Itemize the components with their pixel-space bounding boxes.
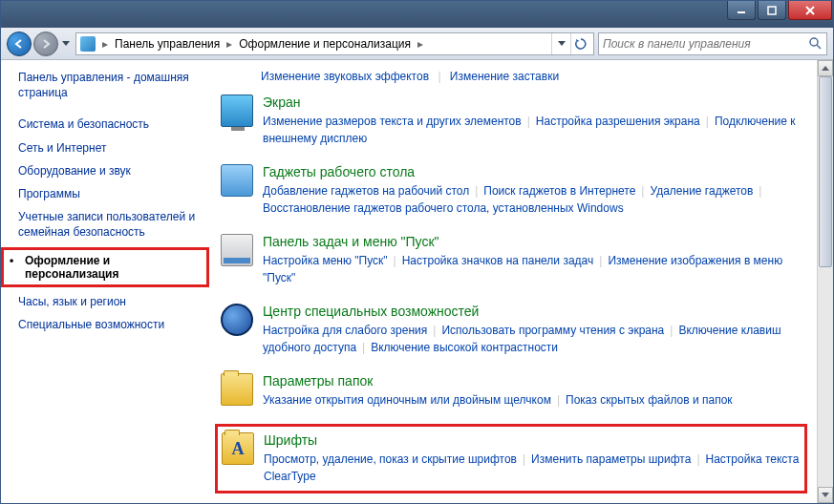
- category-link[interactable]: Добавление гаджетов на рабочий стол: [263, 184, 469, 198]
- gadget-icon: [221, 164, 253, 197]
- category-links: Настройка меню "Пуск"|Настройка значков …: [263, 252, 805, 286]
- category-folder: Параметры папокУказание открытия одиночн…: [219, 371, 807, 410]
- minimize-button[interactable]: [727, 1, 756, 20]
- nav-history-dropdown[interactable]: [60, 41, 72, 47]
- category-ease: Центр специальных возможностейНастройка …: [219, 302, 807, 358]
- category-links: Добавление гаджетов на рабочий стол|Поис…: [263, 182, 805, 217]
- scrollbar[interactable]: [817, 60, 833, 503]
- svg-line-5: [817, 45, 821, 49]
- category-links: Изменение размеров текста и других элеме…: [263, 113, 805, 147]
- sidebar-item[interactable]: Система и безопасность: [18, 114, 205, 135]
- control-panel-icon: [80, 36, 96, 52]
- titlebar: [1, 1, 833, 28]
- sidebar-home-link[interactable]: Панель управления - домашняя страница: [18, 70, 205, 100]
- ease-icon: [221, 304, 253, 336]
- category-title[interactable]: Экран: [263, 94, 805, 110]
- navbar: ▸ Панель управления ▸ Оформление и персо…: [1, 28, 833, 60]
- category-link[interactable]: Настройка разрешения экрана: [536, 115, 700, 128]
- close-button[interactable]: [788, 1, 832, 20]
- scroll-up-button[interactable]: [818, 60, 833, 76]
- sidebar-item[interactable]: Учетные записи пользователей и семейная …: [18, 206, 205, 242]
- category-link[interactable]: Поиск гаджетов в Интернете: [483, 184, 635, 198]
- category-taskbar: Панель задач и меню "Пуск"Настройка меню…: [219, 232, 807, 288]
- category-link[interactable]: Включение высокой контрастности: [371, 341, 558, 354]
- taskbar-icon: [221, 234, 253, 266]
- category-link[interactable]: Показ скрытых файлов и папок: [566, 393, 733, 407]
- back-button[interactable]: [7, 32, 32, 56]
- link-screensaver[interactable]: Изменение заставки: [450, 70, 559, 83]
- sidebar-item[interactable]: Специальные возможности: [18, 314, 205, 335]
- category-links: Просмотр, удаление, показ и скрытие шриф…: [264, 451, 801, 485]
- search-icon[interactable]: [807, 37, 823, 50]
- category-link[interactable]: Настройка меню "Пуск": [263, 254, 388, 267]
- sidebar: Панель управления - домашняя страница Си…: [1, 60, 211, 503]
- category-link[interactable]: Просмотр, удаление, показ и скрытие шриф…: [264, 452, 517, 466]
- svg-point-4: [810, 38, 818, 46]
- refresh-button[interactable]: [570, 33, 589, 54]
- category-title[interactable]: Шрифты: [264, 432, 801, 448]
- main-content: Изменение звуковых эффектов | Изменение …: [211, 60, 817, 503]
- category-title[interactable]: Центр специальных возможностей: [263, 304, 805, 319]
- category-links: Настройка для слабого зрения|Использоват…: [263, 322, 805, 356]
- top-links: Изменение звуковых эффектов | Изменение …: [261, 70, 807, 83]
- sidebar-item[interactable]: Оборудование и звук: [18, 160, 205, 181]
- category-links: Указание открытия одиночным или двойным …: [263, 391, 805, 409]
- category-link[interactable]: Изменить параметры шрифта: [531, 452, 691, 466]
- sidebar-item-label: Оформление и персонализация: [8, 254, 203, 281]
- font-icon: A: [222, 432, 254, 465]
- breadcrumb-item[interactable]: Панель управления: [115, 37, 220, 51]
- address-bar[interactable]: ▸ Панель управления ▸ Оформление и персо…: [75, 32, 594, 55]
- address-dropdown[interactable]: [551, 33, 570, 54]
- category-title[interactable]: Гаджеты рабочего стола: [263, 164, 805, 179]
- svg-rect-1: [768, 7, 776, 14]
- category-title[interactable]: Панель задач и меню "Пуск": [263, 234, 805, 249]
- category-link[interactable]: Изменение размеров текста и других элеме…: [263, 115, 522, 128]
- forward-button[interactable]: [33, 32, 58, 56]
- category-title[interactable]: Параметры папок: [263, 373, 805, 388]
- scroll-thumb[interactable]: [819, 76, 832, 267]
- category-link[interactable]: Указание открытия одиночным или двойным …: [263, 393, 551, 407]
- sidebar-item[interactable]: Программы: [18, 183, 205, 204]
- chevron-right-icon[interactable]: ▸: [415, 37, 426, 51]
- sidebar-item[interactable]: Часы, язык и регион: [18, 291, 205, 312]
- link-sound-effects[interactable]: Изменение звуковых эффектов: [261, 70, 429, 83]
- monitor-icon: [221, 94, 253, 127]
- category-monitor: ЭкранИзменение размеров текста и других …: [219, 93, 807, 149]
- sidebar-item[interactable]: Сеть и Интернет: [18, 137, 205, 158]
- category-link[interactable]: Настройка значков на панели задач: [402, 254, 594, 267]
- scroll-down-button[interactable]: [818, 487, 833, 503]
- maximize-button[interactable]: [758, 1, 786, 20]
- folder-icon: [221, 373, 253, 406]
- category-link[interactable]: Восстановление гаджетов рабочего стола, …: [263, 201, 624, 215]
- sidebar-item-current[interactable]: Оформление и персонализация: [1, 247, 209, 287]
- category-link[interactable]: Удаление гаджетов: [650, 184, 753, 198]
- category-gadget: Гаджеты рабочего столаДобавление гаджето…: [219, 162, 807, 219]
- search-box[interactable]: [598, 32, 827, 55]
- category-link[interactable]: Использовать программу чтения с экрана: [441, 324, 664, 337]
- chevron-right-icon[interactable]: ▸: [99, 37, 111, 51]
- search-input[interactable]: [603, 37, 807, 51]
- control-panel-window: ▸ Панель управления ▸ Оформление и персо…: [0, 0, 834, 504]
- category-font: AШрифтыПросмотр, удаление, показ и скрыт…: [215, 424, 807, 494]
- category-link[interactable]: Настройка для слабого зрения: [263, 324, 427, 337]
- chevron-right-icon[interactable]: ▸: [224, 37, 235, 51]
- breadcrumb-item[interactable]: Оформление и персонализация: [239, 37, 411, 51]
